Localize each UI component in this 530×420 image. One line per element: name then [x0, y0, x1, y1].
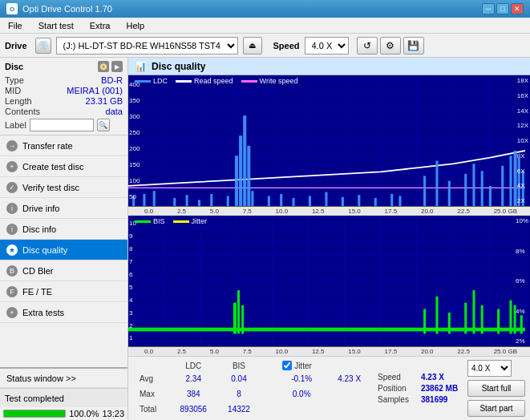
create-test-disc-icon: + [6, 161, 18, 172]
svg-rect-80 [423, 309, 426, 333]
samples-row: Samples 381699 [378, 395, 461, 404]
progress-fill [4, 410, 65, 417]
menu-extra[interactable]: Extra [85, 19, 115, 32]
jitter-check: Jitter [282, 361, 321, 370]
menu-help[interactable]: Help [121, 19, 149, 32]
svg-rect-79 [241, 305, 244, 334]
charts-container: LDC Read speed Write speed [128, 75, 530, 356]
nav-drive-info-label: Drive info [22, 204, 59, 213]
disc-type-value: BD-R [101, 75, 123, 85]
fe-te-icon: F [6, 286, 18, 297]
nav-cd-bler-label: CD Bler [22, 266, 54, 276]
bottom-controls: LDC BIS Jitter Avg [128, 356, 530, 420]
max-ldc: 384 [169, 386, 217, 402]
nav-extra-tests[interactable]: + Extra tests [0, 302, 127, 323]
disc-icon2: ▶ [111, 61, 123, 72]
speed-dropdown[interactable]: 4.0 X 2.0 X 6.0 X 8.0 X [467, 360, 512, 377]
nav-transfer-rate-label: Transfer rate [22, 141, 73, 151]
menu-file[interactable]: File [3, 19, 27, 32]
nav-create-test-disc[interactable]: + Create test disc [0, 156, 127, 177]
nav-transfer-rate[interactable]: → Transfer rate [0, 135, 127, 156]
svg-rect-26 [210, 194, 212, 206]
legend-ldc: LDC [153, 77, 168, 85]
time-display: 13:23 [102, 409, 124, 418]
chart2-legend: BIS Jitter [135, 217, 207, 225]
disc-mid-label: MID [5, 86, 21, 95]
start-full-button[interactable]: Start full [467, 380, 525, 397]
save-button[interactable]: 💾 [403, 37, 424, 55]
disc-length-label: Length [5, 96, 32, 106]
svg-rect-50 [501, 166, 504, 206]
svg-rect-27 [227, 196, 229, 206]
svg-rect-36 [309, 196, 311, 206]
svg-rect-51 [509, 155, 512, 206]
legend-bis: BIS [153, 217, 165, 225]
app-icon: O [6, 3, 18, 14]
jitter-label: Jitter [294, 361, 312, 370]
svg-rect-35 [292, 198, 294, 206]
svg-rect-33 [268, 196, 270, 206]
stats-max-row: Max 384 8 0.0% [133, 386, 371, 402]
disc-panel: Disc 📀 ▶ Type BD-R MID MEIRA1 (001) Leng… [0, 58, 127, 135]
nav-drive-info[interactable]: i Drive info [0, 198, 127, 219]
disc-info-icon: i [6, 224, 18, 235]
max-label: Max [133, 386, 169, 402]
nav-disc-quality-label: Disc quality [22, 245, 67, 255]
nav-disc-quality[interactable]: ★ Disc quality [0, 240, 127, 260]
speed-row: Speed 4.23 X [378, 373, 461, 382]
disc-length-value: 23.31 GB [86, 96, 123, 106]
svg-rect-30 [243, 115, 246, 206]
start-part-button[interactable]: Start part [467, 400, 525, 417]
nav-cd-bler[interactable]: B CD Bler [0, 260, 127, 281]
maximize-button[interactable]: □ [496, 3, 509, 14]
max-jitter: 0.0% [276, 386, 327, 402]
svg-rect-87 [509, 301, 512, 334]
drive-info-icon: i [6, 203, 18, 214]
nav-extra-tests-label: Extra tests [22, 308, 64, 317]
drive-label: Drive [5, 41, 27, 50]
app-title: Opti Drive Control 1.70 [22, 4, 112, 14]
refresh-button[interactable]: ↺ [357, 37, 378, 55]
legend-read-speed: Read speed [194, 77, 233, 85]
nav-verify-test-disc-label: Verify test disc [22, 183, 79, 192]
menu-start-test[interactable]: Start test [34, 19, 79, 32]
disc-label-input[interactable] [30, 119, 94, 131]
svg-rect-25 [198, 200, 200, 206]
avg-bis: 0.04 [217, 371, 260, 386]
status-window-button[interactable]: Status window >> [0, 367, 127, 388]
samples-value: 381699 [421, 395, 461, 404]
svg-rect-42 [399, 196, 401, 206]
chart1-right-axis: 18X16X14X12X10X8X6X4X2X [517, 75, 528, 206]
config-button[interactable]: ⚙ [380, 37, 401, 55]
disc-type-label: Type [5, 75, 24, 85]
svg-rect-44 [435, 161, 438, 206]
chart2-y-axis: 10987654321 [128, 216, 137, 346]
col-ldc: LDC [169, 360, 217, 371]
nav-disc-info[interactable]: i Disc info [0, 219, 127, 240]
disc-quality-icon: ★ [6, 244, 18, 256]
disc-label-button[interactable]: 🔍 [97, 119, 110, 131]
nav-items: → Transfer rate + Create test disc ✓ Ver… [0, 135, 127, 367]
minimize-button[interactable]: ─ [482, 3, 495, 14]
svg-rect-28 [235, 155, 238, 206]
svg-rect-23 [173, 198, 176, 206]
nav-verify-test-disc[interactable]: ✓ Verify test disc [0, 177, 127, 198]
legend-write-speed: Write speed [260, 77, 298, 85]
jitter-checkbox[interactable] [282, 361, 292, 370]
svg-rect-47 [472, 164, 475, 206]
svg-rect-45 [448, 181, 451, 206]
speed-select[interactable]: 4.0 X 2.0 X 6.0 X 8.0 X [305, 37, 349, 55]
svg-rect-41 [390, 194, 393, 206]
svg-rect-40 [374, 198, 377, 206]
speed-position-area: Speed 4.23 X Position 23862 MB Samples 3… [378, 360, 461, 417]
close-button[interactable]: ✕ [511, 3, 524, 14]
transfer-rate-icon: → [6, 140, 18, 151]
eject-button[interactable]: ⏏ [243, 37, 262, 55]
svg-rect-31 [247, 146, 250, 206]
nav-fe-te[interactable]: F FE / TE [0, 281, 127, 302]
svg-rect-29 [239, 135, 242, 206]
svg-rect-85 [481, 305, 483, 334]
drive-select[interactable]: (J:) HL-DT-ST BD-RE WH16NS58 TST4 [56, 37, 238, 55]
toolbar-buttons: ↺ ⚙ 💾 [357, 37, 424, 55]
svg-rect-37 [325, 192, 327, 206]
